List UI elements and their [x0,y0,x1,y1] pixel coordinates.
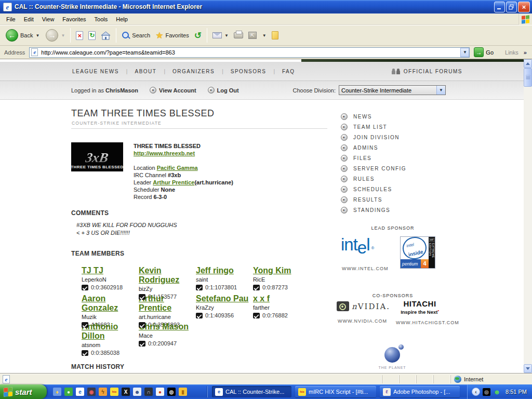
nav-link-league-news[interactable]: LEAGUE NEWS [71,69,120,74]
view-account-link[interactable]: » View Account [150,87,196,94]
official-forums-link[interactable]: OFFICIAL FORUMS [392,68,462,74]
mail-button[interactable]: ▼ [210,31,231,39]
member-name-link[interactable]: Yong Kim [253,266,291,275]
nvidia-logo[interactable]: nVIDIA. [337,301,390,311]
mail-icon[interactable] [82,350,88,356]
field-value[interactable]: Pacific Gamma [157,165,198,171]
mail-icon[interactable] [82,322,88,328]
links-chevron-icon[interactable]: » [524,49,527,56]
taskbar-window-3[interactable]: ℓAdobe Photoshop - [... [380,386,460,397]
mail-icon[interactable] [139,294,145,300]
colorful-app-icon[interactable]: ♦ [53,388,61,396]
member-name-link[interactable]: Setefano Pau [196,294,248,303]
address-field[interactable]: e ▼ [29,47,470,58]
home-button[interactable] [98,30,113,41]
back-button[interactable]: ← Back ▼ [3,28,42,43]
nav-link-faq[interactable]: FAQ [281,69,296,74]
steam-tray-icon[interactable]: ◎ [483,388,490,396]
member-name-link[interactable]: Kevin Rodriguez [139,266,179,284]
forward-button[interactable]: → ▼ [43,28,68,43]
mail-icon[interactable] [196,313,203,318]
taskbar-window-1[interactable]: eCAL :: Counter-Strike... [212,386,291,397]
vertical-scrollbar[interactable] [524,59,532,373]
intel-logo[interactable]: intel® [341,235,372,255]
division-select[interactable]: Counter-Strike Intermediate ▼ [339,85,446,95]
nvidia-url[interactable]: WWW.NVIDIA.COM [338,318,387,324]
mail-icon[interactable] [139,341,145,347]
history-button[interactable]: ↺ [192,29,204,42]
sidebar-link-results[interactable]: »RESULTS [341,194,406,205]
fireball-icon[interactable]: ● [156,388,164,396]
taskbar-window-2[interactable]: hixmIRC HIX Script - [#ti... [295,386,376,397]
tray-collapse-chevron[interactable]: ‹ [472,388,480,396]
minimize-button[interactable] [494,2,505,12]
member-name-link[interactable]: Jeff ringo [196,266,234,275]
toolbar-more-dropdown[interactable]: ▼ [259,32,269,39]
sidebar-link-rules[interactable]: »RULES [341,174,406,184]
counter-strike-helmet-icon[interactable]: ∩ [144,388,153,396]
team-website-link[interactable]: http://www.threexb.net [134,150,195,156]
mail-dropdown-icon[interactable]: ▼ [224,33,229,38]
sidebar-link-news[interactable]: »NEWS [341,111,406,122]
user-app-icon[interactable]: ☻ [133,388,141,396]
sidebar-link-team-list[interactable]: »TEAM LIST [341,122,406,132]
sidebar-link-server-config[interactable]: »SERVER CONFIG [341,163,406,174]
menu-favorites[interactable]: Favorites [58,15,90,24]
sidebar-link-files[interactable]: »FILES [341,153,406,163]
taskbar-clock[interactable]: 8:51 PM [506,389,527,395]
scrollbar-thumb[interactable] [524,68,532,87]
links-label[interactable]: Links [505,49,518,56]
restore-button[interactable] [506,2,517,12]
refresh-button[interactable]: ↻ [86,30,98,41]
menu-view[interactable]: View [38,15,59,24]
nav-link-organizers[interactable]: ORGANIZERS [171,69,216,74]
mirc-hix-icon[interactable]: hix [110,388,118,396]
sidebar-link-join-division[interactable]: »JOIN DIVISION [341,132,406,142]
menu-tools[interactable]: Tools [90,15,112,24]
messenger-tray-icon[interactable]: ☻ [493,388,501,396]
sidebar-link-standings[interactable]: »STANDINGS [341,205,406,215]
mail-icon[interactable] [196,285,203,290]
back-dropdown-icon[interactable]: ▼ [35,33,39,38]
pentium4-badge[interactable]: intelinside pentium 4 HT EXTREME EDITION [400,236,435,269]
edit-button[interactable] [269,30,281,41]
scroll-up-button[interactable] [524,59,532,68]
mail-icon[interactable] [253,313,260,318]
the-planet-logo[interactable]: THE PLANET [375,347,409,369]
log-out-link[interactable]: » Log Out [208,87,239,94]
member-name-link[interactable]: Chris Mason [139,322,189,331]
select-dropdown-icon[interactable]: ▼ [436,86,445,95]
address-input[interactable] [40,49,460,56]
fullscreen-button[interactable]: ⇱ [246,31,259,40]
yellow-card-icon[interactable]: ▮ [179,388,187,396]
menu-help[interactable]: Help [112,15,132,24]
green-app-icon[interactable]: ● [64,388,73,396]
sidebar-link-schedules[interactable]: »SCHEDULES [341,184,406,194]
print-button[interactable] [231,31,246,39]
field-value[interactable]: Arthur Prentice [153,179,194,185]
sidebar-link-admins[interactable]: »ADMINS [341,142,406,153]
xfire-icon[interactable]: X [122,388,130,396]
pinwheel-icon[interactable]: ◉ [87,388,96,396]
member-name-link[interactable]: Aaron Gonzalez [82,294,118,312]
hitachi-url[interactable]: WWW.HITACHIGST.COM [396,320,459,325]
menu-file[interactable]: File [2,15,20,24]
mail-icon[interactable] [82,285,88,290]
member-name-link[interactable]: x x f [253,294,270,303]
search-button[interactable]: Search [119,30,153,41]
start-button[interactable]: start [0,384,47,399]
favorites-button[interactable]: ★ Favorites [153,29,192,42]
mail-icon[interactable] [253,285,260,290]
intel-url[interactable]: WWW.INTEL.COM [342,266,389,271]
go-button[interactable]: → Go [474,47,494,57]
steam-icon[interactable]: ◎ [167,388,176,396]
nav-link-about[interactable]: ABOUT [134,69,157,74]
member-name-link[interactable]: TJ TJ [82,266,103,275]
close-button[interactable]: × [518,2,530,12]
menu-edit[interactable]: Edit [20,15,38,24]
address-dropdown-button[interactable]: ▼ [460,48,469,57]
mail-icon[interactable] [139,322,145,328]
stop-button[interactable]: × [73,30,86,41]
hitachi-logo[interactable]: HITACHI Inspire the Next• [398,299,442,315]
internet-explorer-icon[interactable]: e [76,388,84,396]
